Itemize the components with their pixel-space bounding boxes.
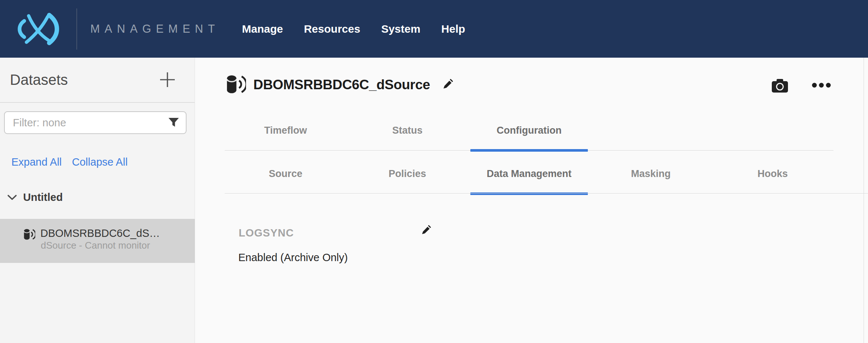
plus-icon [159, 71, 176, 88]
dataset-item-selected[interactable]: DBOMSRBBDC6C_dS… dSource - Cannot monito… [0, 219, 195, 263]
edit-title-button[interactable] [441, 79, 453, 91]
expand-all-link[interactable]: Expand All [11, 156, 62, 168]
page-title-row: DBOMSRBBDC6C_dSource [225, 73, 453, 97]
subtab-source[interactable]: Source [225, 154, 347, 194]
add-dataset-button[interactable] [159, 71, 176, 88]
nav-item-help[interactable]: Help [441, 23, 465, 35]
filter-input[interactable] [5, 117, 168, 129]
nav-item-manage[interactable]: Manage [242, 23, 283, 35]
dataset-item-name: DBOMSRBBDC6C_dS… [40, 227, 160, 240]
tab-configuration[interactable]: Configuration [468, 110, 590, 150]
chevron-down-icon[interactable] [7, 195, 17, 200]
dsource-icon [23, 228, 35, 242]
nav-item-resources[interactable]: Resources [304, 23, 360, 35]
dataset-group-untitled[interactable]: Untitled [7, 191, 63, 204]
subtabs-divider [225, 193, 868, 194]
top-navigation-bar: MANAGEMENT Manage Resources System Help [0, 0, 868, 58]
dataset-filter [4, 111, 187, 134]
more-actions-button[interactable] [812, 83, 831, 88]
dsource-icon [225, 74, 246, 96]
sidebar-header-divider [0, 102, 195, 103]
subtab-data-management[interactable]: Data Management [468, 154, 590, 194]
delphix-logo-icon[interactable] [8, 13, 66, 45]
brand-title: MANAGEMENT [90, 22, 220, 36]
tab-status[interactable]: Status [347, 110, 469, 150]
edit-logsync-button[interactable] [420, 225, 431, 237]
subtab-masking[interactable]: Masking [590, 154, 712, 194]
camera-icon [771, 79, 788, 93]
configuration-subtabs: Source Policies Data Management Masking … [225, 154, 833, 194]
logo-divider [76, 8, 77, 50]
dataset-tabs: Timeflow Status Configuration [225, 110, 833, 151]
logsync-label: LOGSYNC [239, 227, 294, 239]
primary-nav: Manage Resources System Help [242, 0, 465, 58]
tree-actions: Expand All Collapse All [11, 156, 128, 168]
management-app: MANAGEMENT Manage Resources System Help … [0, 0, 868, 343]
dataset-detail-pane: DBOMSRBBDC6C_dSource Timef [195, 58, 868, 343]
subtab-policies[interactable]: Policies [347, 154, 469, 194]
nav-item-system[interactable]: System [381, 23, 420, 35]
logsync-value: Enabled (Archive Only) [238, 251, 348, 264]
content-right-border [864, 58, 864, 343]
snapshot-camera-button[interactable] [771, 79, 788, 93]
datasets-sidebar: Datasets Expand All Collapse All Untitle… [0, 58, 195, 343]
funnel-icon [168, 118, 179, 127]
group-label: Untitled [23, 191, 63, 203]
pencil-icon [441, 79, 453, 91]
tab-timeflow[interactable]: Timeflow [225, 110, 347, 150]
dataset-item-status: dSource - Cannot monitor [41, 239, 150, 251]
page-title: DBOMSRBBDC6C_dSource [253, 77, 430, 93]
subtab-hooks[interactable]: Hooks [712, 154, 833, 194]
ellipsis-icon [812, 83, 831, 88]
collapse-all-link[interactable]: Collapse All [72, 156, 128, 168]
filter-menu-button[interactable] [168, 118, 179, 128]
datasets-title: Datasets [10, 71, 68, 89]
pencil-icon [420, 225, 431, 237]
